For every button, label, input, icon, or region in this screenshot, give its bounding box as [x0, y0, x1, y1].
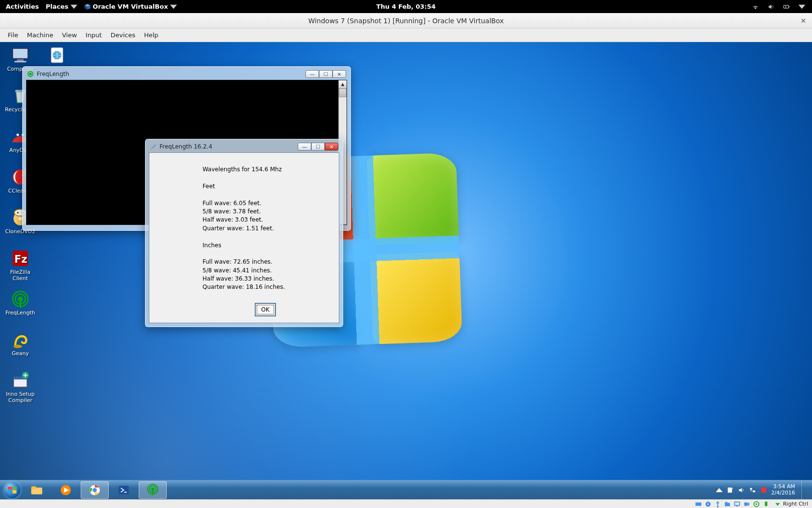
tray-volume-icon[interactable] [738, 487, 745, 493]
virtualbox-status-bar: Right Ctrl [0, 499, 812, 508]
inches-five8: 5/8 wave: 45.41 inches. [203, 267, 328, 275]
svg-rect-44 [727, 487, 732, 493]
svg-point-25 [14, 345, 22, 348]
svg-rect-55 [736, 506, 738, 507]
show-desktop-button[interactable] [801, 481, 806, 499]
geany-icon [10, 329, 30, 350]
guest-desktop[interactable]: Computer Recycle Bin AnyDVD CCleaner Clo… [0, 42, 812, 508]
desktop-icon-geany[interactable]: Geany [3, 329, 38, 367]
minimize-button[interactable]: — [298, 143, 311, 150]
wifi-icon[interactable] [752, 3, 759, 10]
vbox-shared-folders-icon[interactable] [724, 501, 731, 508]
gnome-clock[interactable]: Thu 4 Feb, 03:54 [377, 3, 436, 10]
taskbar-running-chrome[interactable] [81, 481, 109, 499]
svg-rect-56 [744, 502, 748, 506]
menu-view[interactable]: View [58, 30, 81, 41]
vbox-optical-icon[interactable] [705, 501, 711, 508]
svg-rect-54 [735, 502, 740, 505]
svg-rect-47 [761, 487, 766, 493]
chevron-down-icon[interactable] [798, 3, 805, 10]
menu-devices[interactable]: Devices [107, 30, 139, 41]
svg-marker-5 [785, 5, 787, 8]
vbox-usb-icon[interactable] [714, 501, 721, 508]
ok-button[interactable]: OK [255, 303, 276, 316]
vbox-host-key-indicator[interactable]: Right Ctrl [774, 501, 808, 508]
svg-rect-24 [19, 299, 21, 308]
svg-point-17 [17, 212, 19, 214]
menu-input[interactable]: Input [82, 30, 106, 41]
taskbar-running-powershell[interactable] [110, 481, 138, 499]
window-titlebar[interactable]: FreqLength 16.2.4 — ☐ ✕ [149, 143, 339, 152]
desktop-icon-freqlength[interactable]: FreqLength [3, 289, 38, 327]
host-key-label: Right Ctrl [783, 501, 808, 507]
svg-point-10 [16, 134, 19, 136]
desktop-icon-label: FreqLength [5, 310, 35, 316]
gnome-top-bar: Activities Places Oracle VM VirtualBox T… [0, 0, 812, 13]
svg-point-15 [19, 217, 22, 220]
close-icon[interactable]: ✕ [800, 17, 806, 25]
volume-icon[interactable] [768, 3, 774, 10]
desktop-icon-label: Inno Setup Compiler [3, 391, 38, 403]
menu-file[interactable]: File [4, 30, 22, 41]
svg-point-59 [755, 503, 757, 505]
inno-setup-icon [10, 370, 30, 390]
computer-icon [10, 45, 30, 65]
window-title: Windows 7 (Snapshot 1) [Running] - Oracl… [308, 17, 504, 25]
close-button[interactable]: ✕ [333, 70, 346, 78]
svg-marker-57 [748, 502, 750, 506]
dialog-heading: Wavelengths for 154.6 Mhz [203, 165, 328, 174]
gnome-app-menu[interactable]: Oracle VM VirtualBox [84, 3, 177, 10]
vbox-video-capture-icon[interactable] [743, 501, 750, 508]
window-title-text: FreqLength 16.2.4 [160, 143, 212, 150]
battery-icon[interactable] [783, 3, 790, 10]
tray-date: 2/4/2016 [771, 490, 795, 496]
taskbar-running-freqlength[interactable] [139, 481, 167, 499]
maximize-button[interactable]: ☐ [319, 70, 333, 78]
tray-network-icon[interactable] [749, 487, 756, 493]
close-button[interactable]: ✕ [325, 143, 338, 150]
minimize-button[interactable]: — [305, 70, 319, 78]
menu-help[interactable]: Help [140, 30, 162, 41]
taskbar-pinned-explorer[interactable] [23, 481, 51, 499]
desktop-icon-label: FileZilla Client [3, 269, 38, 282]
tray-action-center-icon[interactable] [727, 487, 734, 493]
tray-clock[interactable]: 3:54 AM 2/4/2016 [771, 484, 795, 496]
scroll-thumb[interactable] [339, 89, 347, 97]
scroll-up-arrow[interactable]: ▲ [339, 80, 347, 89]
window-titlebar[interactable]: FreqLength — ☐ ✕ [26, 70, 347, 80]
svg-rect-53 [725, 502, 727, 503]
freqlength-dialog[interactable]: FreqLength 16.2.4 — ☐ ✕ Wavelengths for … [145, 139, 343, 327]
taskbar-pinned-wmplayer[interactable] [52, 481, 80, 499]
tray-chevron-up-icon[interactable] [716, 487, 723, 493]
menu-machine[interactable]: Machine [23, 30, 57, 41]
maximize-button[interactable]: ☐ [311, 143, 325, 150]
feet-half: Half wave: 3.03 feet. [203, 216, 328, 224]
vbox-mouse-icon[interactable] [763, 501, 769, 508]
desktop-icon-filezilla[interactable]: Fz FileZilla Client [3, 248, 38, 286]
virtualbox-titlebar[interactable]: Windows 7 (Snapshot 1) [Running] - Oracl… [0, 13, 812, 29]
svg-rect-6 [13, 48, 28, 59]
inches-half: Half wave: 36.33 inches. [203, 275, 328, 283]
windows-orb-icon [4, 482, 20, 498]
vbox-display-icon[interactable] [734, 501, 740, 508]
vbox-harddisk-icon[interactable] [695, 501, 702, 508]
inches-full: Full wave: 72.65 inches. [203, 258, 328, 266]
dialog-body: Wavelengths for 154.6 Mhz Feet Full wave… [149, 152, 339, 323]
vbox-guest-additions-icon[interactable] [753, 501, 760, 508]
desktop-icon-inno-setup[interactable]: Inno Setup Compiler [3, 370, 38, 408]
svg-text:Fz: Fz [14, 254, 28, 265]
start-button[interactable] [2, 480, 22, 500]
freqlength-icon [27, 71, 34, 77]
svg-point-38 [93, 488, 97, 492]
desktop-icon-label: Geany [12, 351, 29, 357]
gnome-activities[interactable]: Activities [6, 3, 39, 10]
svg-rect-8 [14, 61, 27, 62]
svg-point-51 [717, 506, 719, 508]
svg-rect-34 [31, 486, 37, 489]
tray-app-icon[interactable] [760, 487, 767, 493]
svg-rect-52 [725, 503, 730, 506]
freqlength-icon [10, 289, 30, 309]
filezilla-icon: Fz [10, 248, 30, 269]
gnome-places[interactable]: Places [46, 3, 77, 10]
system-tray: 3:54 AM 2/4/2016 [716, 481, 810, 499]
